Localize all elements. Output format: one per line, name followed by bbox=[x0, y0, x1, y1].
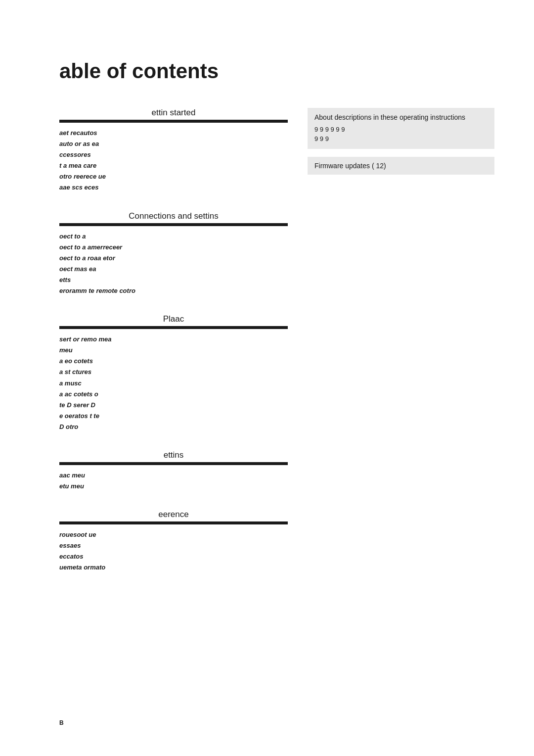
section-reference: eerence rouesoot ue essaes eccatos uemet… bbox=[59, 510, 288, 573]
list-item: otro reerece ue bbox=[59, 171, 288, 182]
list-item: oect mas ea bbox=[59, 264, 288, 275]
list-item: uemeta ormato bbox=[59, 562, 288, 573]
list-item: a eo cotets bbox=[59, 356, 288, 367]
list-item: eroramm te remote cotro bbox=[59, 285, 288, 296]
list-item: etu meu bbox=[59, 481, 288, 492]
list-item: rouesoot ue bbox=[59, 529, 288, 540]
list-item: eccatos bbox=[59, 551, 288, 562]
list-item: a st ctures bbox=[59, 367, 288, 378]
section-connections: Connections and settins oect to a oect t… bbox=[59, 211, 288, 297]
section-title-connections: Connections and settins bbox=[59, 211, 288, 221]
section-playback: Plaac sert or remo mea meu a eo cotets a… bbox=[59, 314, 288, 432]
page-title: able of contents bbox=[59, 59, 494, 83]
section-divider-getting-started bbox=[59, 120, 288, 123]
list-item: aet recautos bbox=[59, 128, 288, 139]
section-title-playback: Plaac bbox=[59, 314, 288, 324]
list-item: e oeratos t te bbox=[59, 411, 288, 422]
page-container: able of contents ettin started aet recau… bbox=[0, 0, 534, 631]
highlight-box-about: About descriptions in these operating in… bbox=[308, 108, 494, 149]
section-divider-settings bbox=[59, 462, 288, 465]
section-items-getting-started: aet recautos auto or as ea ccessores t a… bbox=[59, 128, 288, 193]
left-column: ettin started aet recautos auto or as ea… bbox=[59, 108, 288, 591]
list-item: aae scs eces bbox=[59, 182, 288, 193]
firmware-box: Firmware updates ( 12) bbox=[308, 157, 494, 175]
section-divider-playback bbox=[59, 326, 288, 329]
section-items-reference: rouesoot ue essaes eccatos uemeta ormato bbox=[59, 529, 288, 573]
section-items-connections: oect to a oect to a amerreceer oect to a… bbox=[59, 231, 288, 297]
list-item: essaes bbox=[59, 540, 288, 551]
section-divider-reference bbox=[59, 521, 288, 524]
section-items-playback: sert or remo mea meu a eo cotets a st ct… bbox=[59, 334, 288, 432]
list-item: etts bbox=[59, 275, 288, 285]
list-item: ccessores bbox=[59, 149, 288, 160]
section-getting-started: ettin started aet recautos auto or as ea… bbox=[59, 108, 288, 193]
two-column-layout: ettin started aet recautos auto or as ea… bbox=[59, 108, 494, 591]
section-divider-connections bbox=[59, 223, 288, 226]
list-item: aac meu bbox=[59, 470, 288, 481]
list-item: D otro bbox=[59, 422, 288, 432]
list-item: t a mea care bbox=[59, 160, 288, 171]
list-item: oect to a amerreceer bbox=[59, 242, 288, 253]
section-title-getting-started: ettin started bbox=[59, 108, 288, 118]
highlight-box-title: About descriptions in these operating in… bbox=[314, 113, 488, 123]
highlight-box-numbers-line1: 9 9 9 9 9 9 9 9 9 bbox=[314, 125, 488, 144]
list-item: te D serer D bbox=[59, 400, 288, 411]
list-item: oect to a roaa etor bbox=[59, 253, 288, 264]
section-items-settings: aac meu etu meu bbox=[59, 470, 288, 492]
right-column: About descriptions in these operating in… bbox=[308, 108, 494, 591]
section-title-reference: eerence bbox=[59, 510, 288, 520]
list-item: a musc bbox=[59, 378, 288, 389]
section-settings: ettins aac meu etu meu bbox=[59, 450, 288, 492]
list-item: auto or as ea bbox=[59, 139, 288, 149]
list-item: meu bbox=[59, 345, 288, 356]
list-item: sert or remo mea bbox=[59, 334, 288, 345]
list-item: a ac cotets o bbox=[59, 389, 288, 400]
firmware-text: Firmware updates ( 12) bbox=[314, 162, 488, 170]
section-title-settings: ettins bbox=[59, 450, 288, 460]
list-item: oect to a bbox=[59, 231, 288, 242]
page-number: B bbox=[59, 719, 64, 726]
